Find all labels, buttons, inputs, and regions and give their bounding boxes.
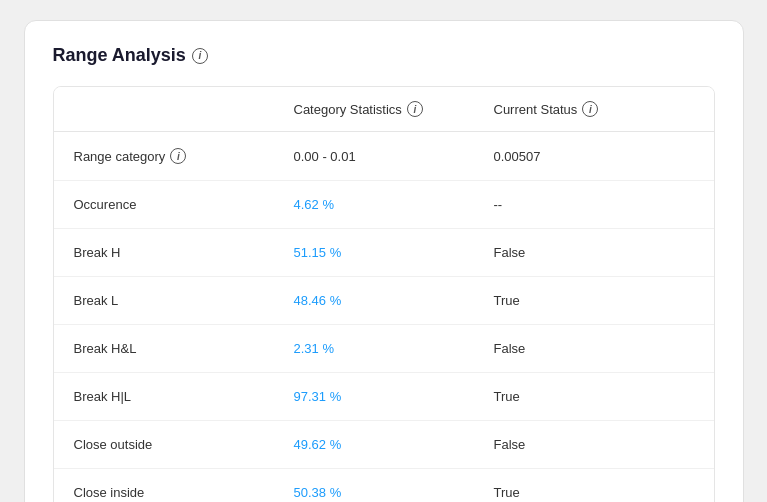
table-row: Occurence 4.62 % -- xyxy=(54,181,714,229)
row-label: Close outside xyxy=(74,437,294,452)
row-category-value: 48.46 % xyxy=(294,293,494,308)
page-title-text: Range Analysis xyxy=(53,45,186,66)
header-category-statistics-label: Category Statistics xyxy=(294,102,402,117)
row-label: Occurence xyxy=(74,197,294,212)
header-current-status: Current Status i xyxy=(494,101,694,117)
row-status-value: False xyxy=(494,341,694,356)
row-info-icon[interactable]: i xyxy=(170,148,186,164)
header-current-status-label: Current Status xyxy=(494,102,578,117)
row-label-text: Break L xyxy=(74,293,119,308)
category-statistics-info-icon[interactable]: i xyxy=(407,101,423,117)
range-analysis-card: Range Analysis i Category Statistics i C… xyxy=(24,20,744,502)
row-category-value: 0.00 - 0.01 xyxy=(294,149,494,164)
table-row: Break H&L 2.31 % False xyxy=(54,325,714,373)
table-row: Break H|L 97.31 % True xyxy=(54,373,714,421)
table-row: Range category i 0.00 - 0.01 0.00507 xyxy=(54,132,714,181)
table-row: Close inside 50.38 % True xyxy=(54,469,714,502)
header-category-statistics: Category Statistics i xyxy=(294,101,494,117)
page-title-info-icon[interactable]: i xyxy=(192,48,208,64)
row-label: Break L xyxy=(74,293,294,308)
row-label: Close inside xyxy=(74,485,294,500)
row-status-value: -- xyxy=(494,197,694,212)
row-label-text: Close outside xyxy=(74,437,153,452)
row-category-value: 50.38 % xyxy=(294,485,494,500)
row-status-value: 0.00507 xyxy=(494,149,694,164)
row-category-value: 49.62 % xyxy=(294,437,494,452)
page-title: Range Analysis i xyxy=(53,45,715,66)
analysis-table: Category Statistics i Current Status i R… xyxy=(53,86,715,502)
row-label-text: Break H xyxy=(74,245,121,260)
table-row: Break H 51.15 % False xyxy=(54,229,714,277)
row-status-value: False xyxy=(494,245,694,260)
current-status-info-icon[interactable]: i xyxy=(582,101,598,117)
row-label: Range category i xyxy=(74,148,294,164)
row-category-value: 2.31 % xyxy=(294,341,494,356)
table-header: Category Statistics i Current Status i xyxy=(54,87,714,132)
row-label-text: Break H&L xyxy=(74,341,137,356)
row-label: Break H xyxy=(74,245,294,260)
row-label-text: Occurence xyxy=(74,197,137,212)
row-category-value: 4.62 % xyxy=(294,197,494,212)
row-label: Break H&L xyxy=(74,341,294,356)
row-status-value: True xyxy=(494,389,694,404)
row-status-value: True xyxy=(494,485,694,500)
row-category-value: 51.15 % xyxy=(294,245,494,260)
row-status-value: True xyxy=(494,293,694,308)
row-label-text: Break H|L xyxy=(74,389,132,404)
row-status-value: False xyxy=(494,437,694,452)
row-label-text: Range category xyxy=(74,149,166,164)
header-empty xyxy=(74,101,294,117)
row-category-value: 97.31 % xyxy=(294,389,494,404)
table-row: Break L 48.46 % True xyxy=(54,277,714,325)
table-row: Close outside 49.62 % False xyxy=(54,421,714,469)
row-label: Break H|L xyxy=(74,389,294,404)
row-label-text: Close inside xyxy=(74,485,145,500)
